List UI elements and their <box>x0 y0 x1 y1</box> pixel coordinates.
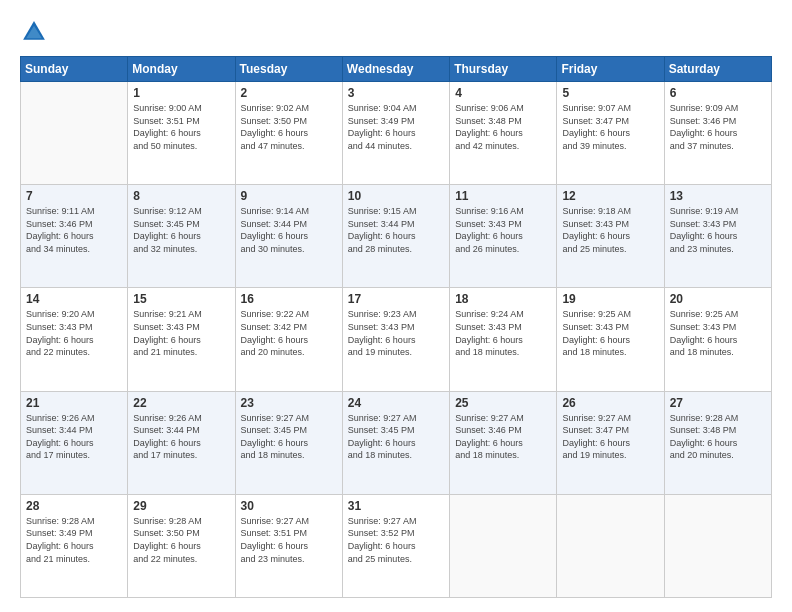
calendar-week-row: 14Sunrise: 9:20 AM Sunset: 3:43 PM Dayli… <box>21 288 772 391</box>
calendar-cell <box>557 494 664 597</box>
calendar-cell: 18Sunrise: 9:24 AM Sunset: 3:43 PM Dayli… <box>450 288 557 391</box>
day-number: 6 <box>670 86 766 100</box>
calendar-table: SundayMondayTuesdayWednesdayThursdayFrid… <box>20 56 772 598</box>
day-number: 24 <box>348 396 444 410</box>
day-number: 20 <box>670 292 766 306</box>
day-number: 9 <box>241 189 337 203</box>
weekday-header-wednesday: Wednesday <box>342 57 449 82</box>
calendar-cell: 30Sunrise: 9:27 AM Sunset: 3:51 PM Dayli… <box>235 494 342 597</box>
calendar-cell <box>664 494 771 597</box>
day-number: 30 <box>241 499 337 513</box>
calendar-cell: 7Sunrise: 9:11 AM Sunset: 3:46 PM Daylig… <box>21 185 128 288</box>
calendar-cell: 1Sunrise: 9:00 AM Sunset: 3:51 PM Daylig… <box>128 82 235 185</box>
weekday-header-tuesday: Tuesday <box>235 57 342 82</box>
day-info: Sunrise: 9:24 AM Sunset: 3:43 PM Dayligh… <box>455 308 551 358</box>
calendar-cell: 27Sunrise: 9:28 AM Sunset: 3:48 PM Dayli… <box>664 391 771 494</box>
day-number: 18 <box>455 292 551 306</box>
day-number: 5 <box>562 86 658 100</box>
day-info: Sunrise: 9:14 AM Sunset: 3:44 PM Dayligh… <box>241 205 337 255</box>
calendar-cell: 15Sunrise: 9:21 AM Sunset: 3:43 PM Dayli… <box>128 288 235 391</box>
logo <box>20 18 52 46</box>
day-info: Sunrise: 9:02 AM Sunset: 3:50 PM Dayligh… <box>241 102 337 152</box>
day-info: Sunrise: 9:12 AM Sunset: 3:45 PM Dayligh… <box>133 205 229 255</box>
calendar-cell: 8Sunrise: 9:12 AM Sunset: 3:45 PM Daylig… <box>128 185 235 288</box>
weekday-header-saturday: Saturday <box>664 57 771 82</box>
day-number: 19 <box>562 292 658 306</box>
calendar-cell: 22Sunrise: 9:26 AM Sunset: 3:44 PM Dayli… <box>128 391 235 494</box>
day-info: Sunrise: 9:09 AM Sunset: 3:46 PM Dayligh… <box>670 102 766 152</box>
day-info: Sunrise: 9:27 AM Sunset: 3:52 PM Dayligh… <box>348 515 444 565</box>
calendar-cell: 31Sunrise: 9:27 AM Sunset: 3:52 PM Dayli… <box>342 494 449 597</box>
calendar-cell: 5Sunrise: 9:07 AM Sunset: 3:47 PM Daylig… <box>557 82 664 185</box>
calendar-cell: 11Sunrise: 9:16 AM Sunset: 3:43 PM Dayli… <box>450 185 557 288</box>
day-number: 31 <box>348 499 444 513</box>
weekday-header-row: SundayMondayTuesdayWednesdayThursdayFrid… <box>21 57 772 82</box>
day-number: 14 <box>26 292 122 306</box>
calendar-cell: 2Sunrise: 9:02 AM Sunset: 3:50 PM Daylig… <box>235 82 342 185</box>
day-number: 25 <box>455 396 551 410</box>
day-info: Sunrise: 9:21 AM Sunset: 3:43 PM Dayligh… <box>133 308 229 358</box>
day-info: Sunrise: 9:04 AM Sunset: 3:49 PM Dayligh… <box>348 102 444 152</box>
calendar-cell <box>21 82 128 185</box>
calendar-week-row: 7Sunrise: 9:11 AM Sunset: 3:46 PM Daylig… <box>21 185 772 288</box>
calendar-cell: 19Sunrise: 9:25 AM Sunset: 3:43 PM Dayli… <box>557 288 664 391</box>
calendar-cell: 12Sunrise: 9:18 AM Sunset: 3:43 PM Dayli… <box>557 185 664 288</box>
calendar-cell <box>450 494 557 597</box>
calendar-cell: 4Sunrise: 9:06 AM Sunset: 3:48 PM Daylig… <box>450 82 557 185</box>
calendar-cell: 23Sunrise: 9:27 AM Sunset: 3:45 PM Dayli… <box>235 391 342 494</box>
calendar-cell: 14Sunrise: 9:20 AM Sunset: 3:43 PM Dayli… <box>21 288 128 391</box>
day-info: Sunrise: 9:27 AM Sunset: 3:45 PM Dayligh… <box>348 412 444 462</box>
day-number: 13 <box>670 189 766 203</box>
day-number: 4 <box>455 86 551 100</box>
day-number: 2 <box>241 86 337 100</box>
day-number: 7 <box>26 189 122 203</box>
day-number: 3 <box>348 86 444 100</box>
day-info: Sunrise: 9:23 AM Sunset: 3:43 PM Dayligh… <box>348 308 444 358</box>
day-info: Sunrise: 9:25 AM Sunset: 3:43 PM Dayligh… <box>670 308 766 358</box>
day-number: 22 <box>133 396 229 410</box>
calendar-cell: 28Sunrise: 9:28 AM Sunset: 3:49 PM Dayli… <box>21 494 128 597</box>
weekday-header-thursday: Thursday <box>450 57 557 82</box>
day-info: Sunrise: 9:26 AM Sunset: 3:44 PM Dayligh… <box>133 412 229 462</box>
calendar-cell: 3Sunrise: 9:04 AM Sunset: 3:49 PM Daylig… <box>342 82 449 185</box>
day-number: 17 <box>348 292 444 306</box>
calendar-cell: 29Sunrise: 9:28 AM Sunset: 3:50 PM Dayli… <box>128 494 235 597</box>
day-info: Sunrise: 9:27 AM Sunset: 3:47 PM Dayligh… <box>562 412 658 462</box>
calendar-week-row: 28Sunrise: 9:28 AM Sunset: 3:49 PM Dayli… <box>21 494 772 597</box>
day-info: Sunrise: 9:27 AM Sunset: 3:51 PM Dayligh… <box>241 515 337 565</box>
day-info: Sunrise: 9:07 AM Sunset: 3:47 PM Dayligh… <box>562 102 658 152</box>
day-number: 15 <box>133 292 229 306</box>
day-info: Sunrise: 9:27 AM Sunset: 3:45 PM Dayligh… <box>241 412 337 462</box>
day-number: 12 <box>562 189 658 203</box>
weekday-header-friday: Friday <box>557 57 664 82</box>
day-info: Sunrise: 9:15 AM Sunset: 3:44 PM Dayligh… <box>348 205 444 255</box>
day-info: Sunrise: 9:16 AM Sunset: 3:43 PM Dayligh… <box>455 205 551 255</box>
day-number: 16 <box>241 292 337 306</box>
weekday-header-sunday: Sunday <box>21 57 128 82</box>
day-number: 26 <box>562 396 658 410</box>
day-info: Sunrise: 9:28 AM Sunset: 3:50 PM Dayligh… <box>133 515 229 565</box>
day-info: Sunrise: 9:18 AM Sunset: 3:43 PM Dayligh… <box>562 205 658 255</box>
day-info: Sunrise: 9:06 AM Sunset: 3:48 PM Dayligh… <box>455 102 551 152</box>
logo-icon <box>20 18 48 46</box>
day-info: Sunrise: 9:26 AM Sunset: 3:44 PM Dayligh… <box>26 412 122 462</box>
day-number: 8 <box>133 189 229 203</box>
calendar-cell: 16Sunrise: 9:22 AM Sunset: 3:42 PM Dayli… <box>235 288 342 391</box>
calendar-cell: 26Sunrise: 9:27 AM Sunset: 3:47 PM Dayli… <box>557 391 664 494</box>
day-info: Sunrise: 9:22 AM Sunset: 3:42 PM Dayligh… <box>241 308 337 358</box>
calendar-cell: 20Sunrise: 9:25 AM Sunset: 3:43 PM Dayli… <box>664 288 771 391</box>
header <box>20 18 772 46</box>
day-number: 10 <box>348 189 444 203</box>
calendar-cell: 10Sunrise: 9:15 AM Sunset: 3:44 PM Dayli… <box>342 185 449 288</box>
page: SundayMondayTuesdayWednesdayThursdayFrid… <box>0 0 792 612</box>
day-info: Sunrise: 9:25 AM Sunset: 3:43 PM Dayligh… <box>562 308 658 358</box>
day-info: Sunrise: 9:20 AM Sunset: 3:43 PM Dayligh… <box>26 308 122 358</box>
day-info: Sunrise: 9:00 AM Sunset: 3:51 PM Dayligh… <box>133 102 229 152</box>
day-info: Sunrise: 9:27 AM Sunset: 3:46 PM Dayligh… <box>455 412 551 462</box>
calendar-week-row: 1Sunrise: 9:00 AM Sunset: 3:51 PM Daylig… <box>21 82 772 185</box>
day-info: Sunrise: 9:19 AM Sunset: 3:43 PM Dayligh… <box>670 205 766 255</box>
calendar-cell: 21Sunrise: 9:26 AM Sunset: 3:44 PM Dayli… <box>21 391 128 494</box>
day-info: Sunrise: 9:11 AM Sunset: 3:46 PM Dayligh… <box>26 205 122 255</box>
calendar-week-row: 21Sunrise: 9:26 AM Sunset: 3:44 PM Dayli… <box>21 391 772 494</box>
calendar-cell: 17Sunrise: 9:23 AM Sunset: 3:43 PM Dayli… <box>342 288 449 391</box>
